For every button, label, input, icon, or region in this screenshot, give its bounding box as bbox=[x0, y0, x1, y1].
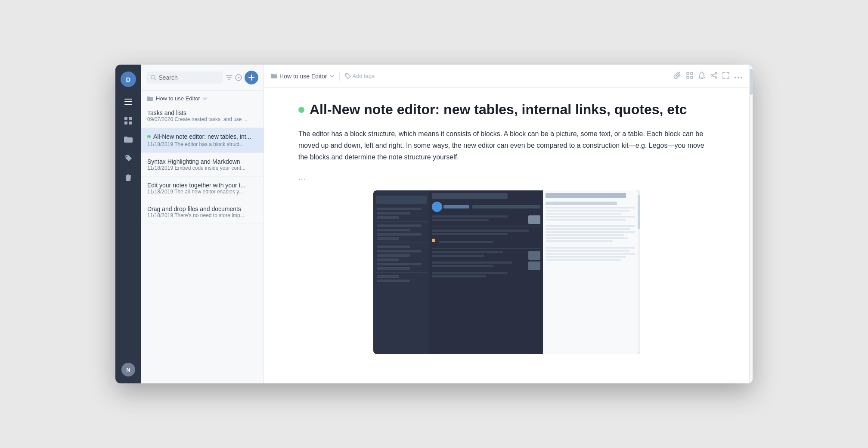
grid-view-icon[interactable] bbox=[686, 72, 693, 81]
tag-icon bbox=[345, 73, 351, 79]
active-note-dot bbox=[147, 135, 151, 138]
folder-icon[interactable] bbox=[121, 132, 136, 147]
notes-list: Tasks and lists 09/07/2020 Create nested… bbox=[141, 104, 264, 383]
folder-header-icon bbox=[147, 96, 153, 101]
svg-point-20 bbox=[738, 77, 739, 78]
more-options-icon[interactable] bbox=[735, 72, 742, 80]
attachment-icon[interactable] bbox=[674, 72, 681, 81]
folder-header: How to use Editor bbox=[141, 91, 264, 104]
note-title: All-New note editor: new tables, int... bbox=[153, 133, 251, 140]
note-item-drag-drop[interactable]: Drag and drop files and documents 11/18/… bbox=[141, 200, 264, 224]
svg-point-16 bbox=[715, 72, 717, 74]
folder-name: How to use Editor bbox=[156, 95, 200, 102]
note-meta: 11/18/2019 There's no need to store imp.… bbox=[147, 212, 257, 218]
note-meta: 11/18/2019 Embed code inside your cont..… bbox=[147, 165, 257, 171]
svg-point-17 bbox=[711, 75, 713, 76]
svg-rect-12 bbox=[687, 72, 689, 75]
notes-panel: How to use Editor Tasks and lists 09/07/… bbox=[141, 65, 264, 383]
note-title: Drag and drop files and documents bbox=[147, 205, 257, 212]
search-input[interactable] bbox=[158, 74, 219, 81]
editor-scrollbar[interactable] bbox=[749, 65, 753, 383]
workspace-avatar[interactable]: N bbox=[121, 363, 135, 376]
editor-content[interactable]: All-New note editor: new tables, interna… bbox=[264, 88, 749, 383]
svg-rect-2 bbox=[124, 104, 132, 105]
svg-point-7 bbox=[126, 156, 127, 157]
search-input-wrapper[interactable] bbox=[146, 72, 223, 84]
note-item-syntax[interactable]: Syntax Highlighting and Markdown 11/18/2… bbox=[141, 153, 264, 177]
scrollbar-thumb bbox=[750, 69, 753, 95]
share-icon[interactable] bbox=[710, 72, 717, 81]
svg-point-19 bbox=[735, 77, 736, 78]
search-options-icon[interactable] bbox=[235, 74, 242, 81]
folder-chevron-icon[interactable] bbox=[203, 97, 207, 100]
svg-rect-14 bbox=[687, 76, 689, 78]
bell-icon[interactable] bbox=[698, 72, 705, 81]
svg-rect-6 bbox=[129, 121, 132, 124]
svg-rect-4 bbox=[129, 117, 132, 120]
note-title: Tasks and lists bbox=[147, 109, 257, 116]
sidebar-nav: D bbox=[115, 65, 141, 383]
toolbar-notebook: How to use Editor bbox=[271, 73, 334, 80]
notebook-chevron-icon[interactable] bbox=[330, 75, 334, 78]
note-title: Edit your notes together with your t... bbox=[147, 182, 257, 189]
tag-icon[interactable] bbox=[121, 151, 136, 166]
svg-point-21 bbox=[741, 77, 742, 78]
hamburger-icon[interactable] bbox=[121, 94, 136, 109]
svg-rect-0 bbox=[124, 99, 132, 100]
note-status-dot bbox=[298, 107, 304, 113]
user-avatar[interactable]: D bbox=[121, 72, 136, 87]
notebook-label: How to use Editor bbox=[279, 73, 327, 80]
svg-rect-5 bbox=[124, 121, 127, 124]
svg-rect-13 bbox=[691, 72, 693, 75]
svg-point-11 bbox=[346, 75, 347, 75]
svg-rect-15 bbox=[691, 76, 693, 78]
editor-toolbar: How to use Editor Add tags bbox=[264, 65, 749, 88]
search-icon bbox=[151, 75, 156, 81]
note-body-text: The editor has a block structure, which … bbox=[298, 128, 715, 163]
toolbar-divider bbox=[339, 72, 340, 81]
note-item-tasks-lists[interactable]: Tasks and lists 09/07/2020 Create nested… bbox=[141, 104, 264, 128]
note-meta: 09/07/2020 Create nested tasks, and use … bbox=[147, 116, 257, 122]
note-item-all-new-editor[interactable]: All-New note editor: new tables, int... … bbox=[141, 128, 264, 153]
editor-area: How to use Editor Add tags bbox=[264, 65, 749, 383]
search-bar bbox=[141, 65, 264, 91]
note-item-edit-together[interactable]: Edit your notes together with your t... … bbox=[141, 177, 264, 200]
trash-icon[interactable] bbox=[121, 170, 136, 185]
notebook-icon bbox=[271, 73, 277, 79]
note-item-header: All-New note editor: new tables, int... bbox=[147, 133, 257, 140]
add-note-button[interactable] bbox=[245, 71, 258, 84]
toolbar-tag-area[interactable]: Add tags bbox=[345, 73, 375, 79]
note-ellipsis: ... bbox=[298, 172, 715, 182]
svg-rect-3 bbox=[124, 117, 127, 120]
filter-icon[interactable] bbox=[226, 75, 232, 81]
note-meta: 11/18/2019 The editor has a block struct… bbox=[147, 141, 257, 147]
grid-icon[interactable] bbox=[121, 113, 136, 128]
note-screenshot-image bbox=[373, 190, 640, 354]
app-window: D bbox=[115, 65, 753, 383]
toolbar-actions bbox=[674, 72, 742, 81]
note-title: Syntax Highlighting and Markdown bbox=[147, 158, 257, 165]
expand-icon[interactable] bbox=[722, 72, 729, 81]
note-meta: 11/18/2019 The all-new editor enables y.… bbox=[147, 189, 257, 195]
svg-point-18 bbox=[715, 77, 717, 78]
add-tags-label: Add tags bbox=[353, 73, 375, 79]
svg-rect-1 bbox=[124, 101, 132, 102]
svg-point-10 bbox=[238, 77, 239, 78]
note-main-title: All-New note editor: new tables, interna… bbox=[298, 102, 715, 118]
